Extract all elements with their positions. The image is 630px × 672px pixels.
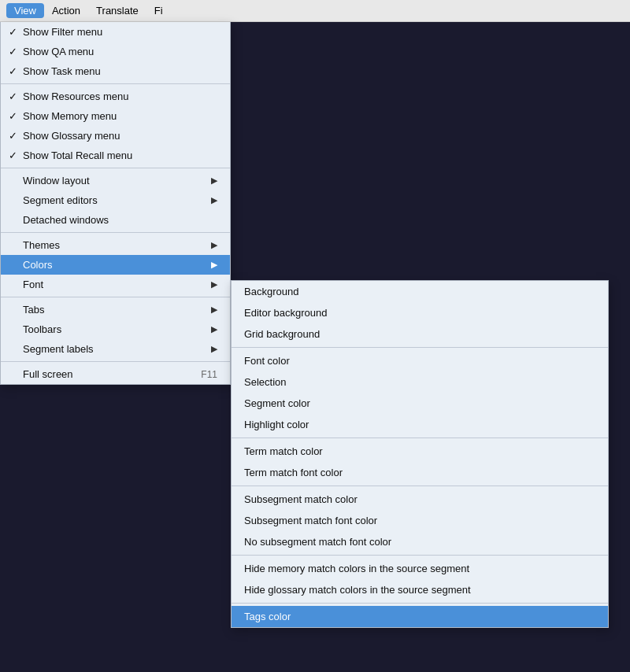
submenu-arrow-icon: ▶	[211, 305, 217, 315]
menu-bar-view[interactable]: View	[6, 3, 44, 18]
menu-item-label: Show Task menu	[23, 65, 217, 77]
menu-item-shortcut: F11	[201, 369, 217, 380]
menu-item-show-resources-menu[interactable]: ✓Show Resources menu	[1, 87, 230, 106]
submenu-item-term-match-color[interactable]: Term match color	[232, 441, 608, 462]
menu-item-label: Segment editors	[23, 194, 211, 206]
submenu-item-editor-background[interactable]: Editor background	[232, 302, 608, 323]
submenu-item-label: Subsegment match color	[244, 493, 595, 505]
menu-item-tabs[interactable]: Tabs▶	[1, 300, 230, 319]
submenu-item-label: No subsegment match font color	[244, 536, 595, 548]
submenu-item-term-match-font-color[interactable]: Term match font color	[232, 462, 608, 483]
submenu-arrow-icon: ▶	[211, 279, 217, 290]
submenu-separator	[232, 438, 608, 438]
submenu-separator	[232, 486, 608, 486]
menu-item-detached-windows[interactable]: Detached windows	[1, 210, 230, 230]
submenu-item-label: Background	[244, 286, 595, 297]
check-icon: ✓	[9, 46, 23, 57]
menu-item-segment-editors[interactable]: Segment editors▶	[1, 190, 230, 210]
primary-dropdown-menu: ✓Show Filter menu✓Show QA menu✓Show Task…	[0, 22, 231, 385]
menu-item-label: Detached windows	[23, 214, 217, 226]
menu-item-label: Show Memory menu	[23, 110, 217, 122]
submenu-item-label: Segment color	[244, 397, 595, 409]
menu-item-label: Show Filter menu	[23, 26, 217, 38]
submenu-item-label: Tags color	[244, 611, 595, 622]
menu-item-label: Tabs	[23, 304, 211, 316]
submenu-arrow-icon: ▶	[211, 344, 217, 354]
menu-item-label: Show Resources menu	[23, 90, 217, 102]
menu-item-toolbars[interactable]: Toolbars▶	[1, 319, 230, 339]
menu-item-label: Show QA menu	[23, 46, 217, 57]
submenu-item-label: Hide memory match colors in the source s…	[244, 563, 595, 574]
menu-item-label: Window layout	[23, 175, 211, 186]
submenu-separator	[232, 347, 608, 348]
menu-item-show-filter-menu[interactable]: ✓Show Filter menu	[1, 22, 230, 42]
menu-bar-fi[interactable]: Fi	[146, 3, 171, 18]
menu-item-show-memory-menu[interactable]: ✓Show Memory menu	[1, 106, 230, 126]
submenu-item-label: Term match font color	[244, 467, 595, 478]
menu-item-label: Segment labels	[23, 343, 211, 355]
submenu-arrow-icon: ▶	[211, 195, 217, 205]
submenu-item-label: Term match color	[244, 445, 595, 457]
submenu-item-font-color[interactable]: Font color	[232, 350, 608, 371]
menu-item-window-layout[interactable]: Window layout▶	[1, 171, 230, 190]
secondary-dropdown-menu: BackgroundEditor backgroundGrid backgrou…	[231, 280, 609, 628]
menu-bar-translate[interactable]: Translate	[88, 3, 146, 18]
check-icon: ✓	[9, 150, 23, 161]
submenu-item-highlight-color[interactable]: Highlight color	[232, 414, 608, 435]
menu-separator	[1, 83, 230, 84]
submenu-separator	[232, 603, 608, 604]
menu-separator	[1, 232, 230, 233]
submenu-item-grid-background[interactable]: Grid background	[232, 323, 608, 345]
menu-item-full-screen[interactable]: Full screenF11	[1, 364, 230, 384]
menu-item-label: Show Total Recall menu	[23, 150, 217, 161]
check-icon: ✓	[9, 90, 23, 102]
submenu-item-tags-color[interactable]: Tags color	[232, 606, 608, 627]
submenu-item-subsegment-match-color[interactable]: Subsegment match color	[232, 489, 608, 510]
menu-item-label: Full screen	[23, 368, 201, 380]
submenu-item-hide-memory-match-colors-in-the-source-segment[interactable]: Hide memory match colors in the source s…	[232, 558, 608, 579]
submenu-item-label: Hide glossary match colors in the source…	[244, 584, 595, 596]
menu-item-show-qa-menu[interactable]: ✓Show QA menu	[1, 42, 230, 61]
menu-item-show-task-menu[interactable]: ✓Show Task menu	[1, 61, 230, 81]
submenu-item-subsegment-match-font-color[interactable]: Subsegment match font color	[232, 510, 608, 531]
check-icon: ✓	[9, 26, 23, 38]
menu-item-show-glossary-menu[interactable]: ✓Show Glossary menu	[1, 126, 230, 146]
menu-item-label: Themes	[23, 239, 211, 251]
submenu-item-background[interactable]: Background	[232, 281, 608, 302]
menu-item-label: Toolbars	[23, 323, 211, 335]
submenu-item-segment-color[interactable]: Segment color	[232, 393, 608, 414]
submenu-item-label: Subsegment match font color	[244, 515, 595, 526]
menu-item-label: Font	[23, 279, 211, 290]
check-icon: ✓	[9, 130, 23, 142]
menu-item-segment-labels[interactable]: Segment labels▶	[1, 339, 230, 359]
submenu-item-label: Font color	[244, 355, 595, 367]
submenu-item-label: Editor background	[244, 307, 595, 319]
menu-item-label: Colors	[23, 259, 211, 271]
check-icon: ✓	[9, 65, 23, 77]
check-icon: ✓	[9, 110, 23, 122]
submenu-item-label: Grid background	[244, 328, 595, 340]
submenu-separator	[232, 555, 608, 556]
menu-item-show-total-recall-menu[interactable]: ✓Show Total Recall menu	[1, 146, 230, 165]
submenu-arrow-icon: ▶	[211, 260, 217, 270]
submenu-arrow-icon: ▶	[211, 240, 217, 250]
menu-separator	[1, 168, 230, 168]
menu-item-label: Show Glossary menu	[23, 130, 217, 142]
submenu-arrow-icon: ▶	[211, 175, 217, 186]
menu-separator	[1, 361, 230, 362]
menu-item-themes[interactable]: Themes▶	[1, 235, 230, 255]
menu-separator	[1, 297, 230, 297]
submenu-item-no-subsegment-match-font-color[interactable]: No subsegment match font color	[232, 531, 608, 552]
submenu-item-hide-glossary-match-colors-in-the-source-segment[interactable]: Hide glossary match colors in the source…	[232, 579, 608, 600]
submenu-arrow-icon: ▶	[211, 324, 217, 334]
submenu-item-selection[interactable]: Selection	[232, 371, 608, 393]
submenu-item-label: Highlight color	[244, 419, 595, 430]
menu-bar: View Action Translate Fi	[0, 0, 630, 22]
menu-item-colors[interactable]: Colors▶	[1, 255, 230, 275]
submenu-item-label: Selection	[244, 376, 595, 388]
menu-item-font[interactable]: Font▶	[1, 275, 230, 294]
menu-bar-action[interactable]: Action	[44, 3, 88, 18]
